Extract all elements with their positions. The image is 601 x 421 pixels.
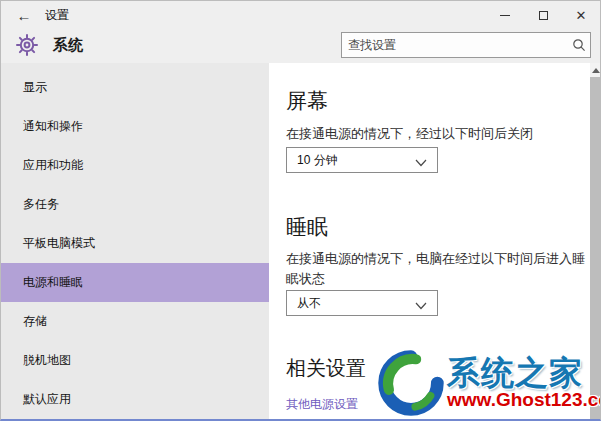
sidebar-item-apps-features[interactable]: 应用和功能 — [1, 146, 269, 185]
close-icon: ✕ — [576, 9, 587, 22]
sleep-description: 在接通电源的情况下，电脑在经过以下时间后进入睡眠状态 — [286, 249, 594, 289]
chevron-down-icon — [415, 299, 427, 313]
search-input[interactable] — [342, 38, 568, 52]
header: 系统 — [1, 29, 600, 63]
window-title: 设置 — [45, 7, 69, 24]
search-icon[interactable] — [568, 33, 590, 57]
sidebar-item-default-apps[interactable]: 默认应用 — [1, 380, 269, 419]
triangle-up-icon — [592, 68, 600, 73]
gear-icon — [15, 33, 39, 57]
sidebar-item-multitasking[interactable]: 多任务 — [1, 185, 269, 224]
maximize-button[interactable] — [524, 1, 562, 29]
sidebar-item-tablet-mode[interactable]: 平板电脑模式 — [1, 224, 269, 263]
sidebar-item-notifications[interactable]: 通知和操作 — [1, 107, 269, 146]
sidebar-item-power-sleep[interactable]: 电源和睡眠 — [1, 263, 269, 302]
sleep-timeout-value: 从不 — [297, 295, 321, 312]
titlebar: ← 设置 ✕ — [1, 1, 600, 29]
scroll-up-button[interactable] — [590, 63, 601, 77]
related-settings-title: 相关设置 — [286, 355, 366, 382]
close-button[interactable]: ✕ — [562, 1, 600, 29]
search-box — [341, 32, 591, 58]
sleep-section-title: 睡眠 — [286, 213, 328, 241]
sidebar: 显示 通知和操作 应用和功能 多任务 平板电脑模式 电源和睡眠 存储 脱机地图 … — [1, 63, 269, 421]
scrollbar[interactable] — [590, 63, 601, 421]
back-arrow-icon: ← — [17, 7, 32, 24]
chevron-down-icon — [415, 156, 427, 170]
sidebar-item-storage[interactable]: 存储 — [1, 302, 269, 341]
sidebar-item-display[interactable]: 显示 — [1, 68, 269, 107]
minimize-button[interactable] — [486, 1, 524, 29]
screen-description: 在接通电源的情况下，经过以下时间后关闭 — [286, 124, 594, 144]
back-button[interactable]: ← — [9, 1, 39, 29]
screen-section-title: 屏幕 — [286, 87, 328, 115]
additional-power-settings-link[interactable]: 其他电源设置 — [286, 396, 358, 413]
minimize-icon — [500, 15, 510, 16]
main-content: 屏幕 在接通电源的情况下，经过以下时间后关闭 10 分钟 睡眠 在接通电源的情况… — [269, 63, 601, 421]
settings-window: ← 设置 ✕ — [0, 0, 601, 421]
sleep-timeout-dropdown[interactable]: 从不 — [286, 290, 438, 316]
window-controls: ✕ — [486, 1, 600, 29]
screen-timeout-value: 10 分钟 — [297, 152, 338, 169]
sidebar-item-offline-maps[interactable]: 脱机地图 — [1, 341, 269, 380]
screen-timeout-dropdown[interactable]: 10 分钟 — [286, 147, 438, 173]
scrollbar-thumb[interactable] — [590, 77, 601, 421]
page-title: 系统 — [53, 36, 83, 55]
maximize-icon — [539, 11, 548, 20]
